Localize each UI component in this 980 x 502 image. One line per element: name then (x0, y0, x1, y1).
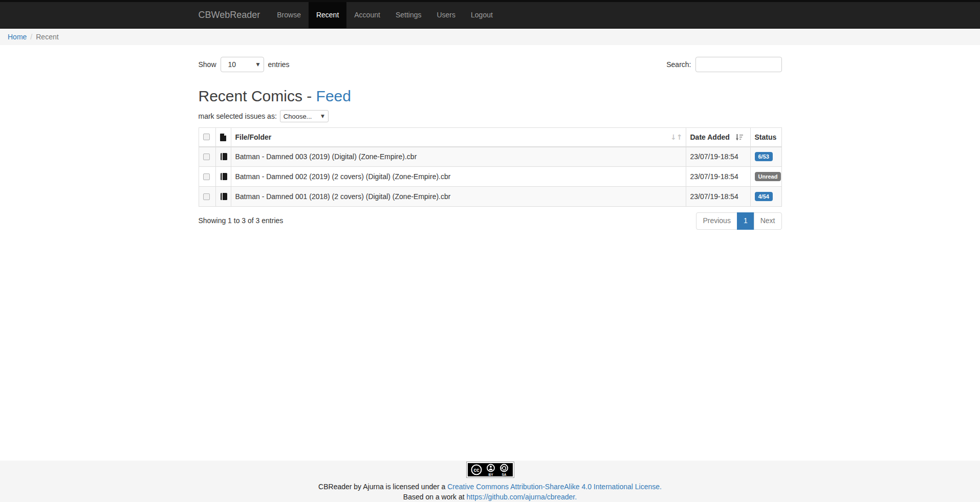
pagination-previous-button[interactable]: Previous (696, 212, 737, 230)
date-added-cell: 23/07/19-18:54 (686, 187, 750, 207)
page-length-control: Show 10 ▼ entries (199, 57, 290, 72)
column-header-status[interactable]: Status (750, 128, 781, 147)
pagination-page-1-button[interactable]: 1 (737, 212, 754, 230)
book-icon (220, 172, 228, 181)
nav-item-users[interactable]: Users (429, 2, 463, 28)
feed-link[interactable]: Feed (316, 88, 351, 104)
select-all-checkbox[interactable] (203, 134, 210, 140)
license-text: CBReader by Ajurna is licensed under a (318, 483, 445, 491)
breadcrumb-separator: / (27, 33, 36, 41)
nav-item-account[interactable]: Account (346, 2, 388, 28)
status-badge: 4/54 (755, 192, 773, 201)
search-control: Search: (666, 57, 781, 72)
book-icon (220, 192, 228, 201)
mark-as-select[interactable]: Choose... (280, 110, 329, 122)
select-all-header-cell (199, 128, 215, 147)
svg-text:BY: BY (488, 473, 493, 476)
license-link[interactable]: Creative Commons Attribution-ShareAlike … (447, 483, 662, 491)
sort-descending-icon (736, 134, 744, 141)
nav-item-logout[interactable]: Logout (463, 2, 500, 28)
table-row: Batman - Damned 001 (2018) (2 covers) (D… (199, 187, 781, 207)
brand-title[interactable]: CBWebReader (199, 2, 260, 28)
page-title-text: Recent Comics - (199, 88, 316, 104)
navbar: CBWebReader Browse Recent Account Settin… (0, 2, 980, 29)
table-row: Batman - Damned 002 (2019) (2 covers) (D… (199, 167, 781, 187)
page-footer: cc BY SA CBReader by Ajurna is licensed … (0, 461, 980, 502)
github-link[interactable]: https://github.com/ajurna/cbreader. (467, 493, 577, 501)
table-row: Batman - Damned 003 (2019) (Digital) (Zo… (199, 147, 781, 167)
main-content: Show 10 ▼ entries Search: Recent Comics … (0, 45, 980, 461)
show-label: Show (199, 60, 216, 69)
pagination-next-button[interactable]: Next (754, 212, 782, 230)
column-header-date-added[interactable]: Date Added (686, 128, 750, 147)
row-checkbox[interactable] (203, 193, 210, 200)
license-line: CBReader by Ajurna is licensed under a C… (0, 482, 980, 492)
nav-item-settings[interactable]: Settings (388, 2, 429, 28)
status-header-label: Status (755, 133, 777, 141)
file-icon (220, 133, 227, 141)
row-checkbox[interactable] (203, 173, 210, 180)
column-header-file-folder[interactable]: File/Folder ↓↑ (231, 128, 686, 147)
file-folder-header-label: File/Folder (235, 133, 272, 141)
date-added-cell: 23/07/19-18:54 (686, 167, 750, 187)
source-text: Based on a work at (403, 493, 465, 501)
creative-commons-by-sa-badge-icon[interactable]: cc BY SA (466, 462, 514, 478)
main-nav: Browse Recent Account Settings Users Log… (269, 2, 500, 28)
sort-both-icon: ↓↑ (670, 133, 682, 141)
comic-file-link[interactable]: Batman - Damned 002 (2019) (2 covers) (D… (231, 167, 686, 187)
recent-comics-table: File/Folder ↓↑ Date Added Status (199, 127, 782, 207)
date-added-header-label: Date Added (690, 133, 730, 141)
status-badge: 6/53 (755, 152, 773, 161)
entries-summary: Showing 1 to 3 of 3 entries (199, 212, 284, 225)
file-type-header-cell (215, 128, 231, 147)
search-input[interactable] (695, 57, 782, 72)
source-line: Based on a work at https://github.com/aj… (0, 492, 980, 502)
table-body: Batman - Damned 003 (2019) (Digital) (Zo… (199, 147, 781, 207)
breadcrumb-home-link[interactable]: Home (8, 33, 27, 41)
comic-file-link[interactable]: Batman - Damned 001 (2018) (2 covers) (D… (231, 187, 686, 207)
comic-file-link[interactable]: Batman - Damned 003 (2019) (Digital) (Zo… (231, 147, 686, 167)
entries-label: entries (268, 60, 290, 69)
entries-count-select[interactable]: 10 (221, 57, 264, 72)
nav-item-recent[interactable]: Recent (309, 2, 346, 28)
breadcrumb-current: Recent (36, 33, 58, 41)
breadcrumb: Home/Recent (0, 29, 980, 45)
date-added-cell: 23/07/19-18:54 (686, 147, 750, 167)
pagination: Previous 1 Next (696, 212, 781, 230)
mark-selected-control: mark selected issues as: Choose... ▼ (199, 110, 782, 122)
svg-text:cc: cc (473, 467, 480, 473)
table-controls: Show 10 ▼ entries Search: (199, 45, 782, 72)
book-icon (220, 152, 228, 161)
mark-selected-label: mark selected issues as: (199, 112, 277, 120)
search-label: Search: (666, 60, 691, 69)
page-title: Recent Comics - Feed (199, 88, 782, 105)
svg-text:SA: SA (502, 473, 506, 476)
table-footer: Showing 1 to 3 of 3 entries Previous 1 N… (199, 212, 782, 230)
row-checkbox[interactable] (203, 154, 210, 160)
table-header-row: File/Folder ↓↑ Date Added Status (199, 128, 781, 147)
nav-item-browse[interactable]: Browse (269, 2, 309, 28)
status-badge: Unread (755, 172, 781, 181)
